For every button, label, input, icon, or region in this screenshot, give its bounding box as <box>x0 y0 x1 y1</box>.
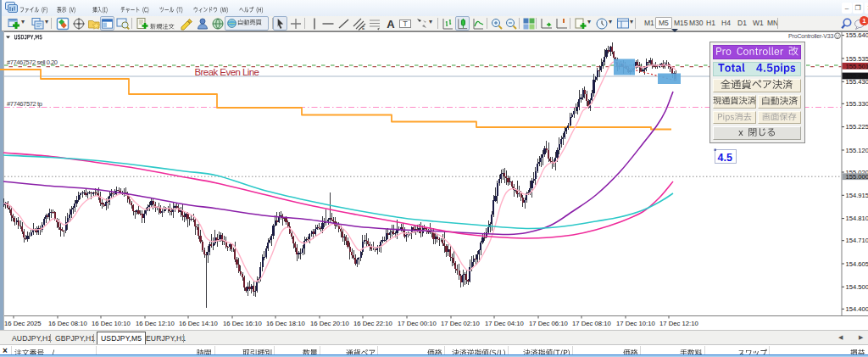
svg-text:154.500: 154.500 <box>846 283 868 291</box>
svg-text:#77467572 tp: #77467572 tp <box>7 100 42 108</box>
svg-text:17 Dec 02:10: 17 Dec 02:10 <box>441 320 480 327</box>
svg-text:16 Dec 20:10: 16 Dec 20:10 <box>310 320 349 327</box>
svg-text:154.915: 154.915 <box>846 192 868 199</box>
svg-text:154.605: 154.605 <box>846 260 868 268</box>
svg-text:154.710: 154.710 <box>846 237 868 244</box>
svg-text:154.810: 154.810 <box>846 215 868 222</box>
svg-text:E: E <box>362 25 365 31</box>
svg-text:16 Dec 12:10: 16 Dec 12:10 <box>136 320 175 327</box>
svg-text:16 Dec 2025: 16 Dec 2025 <box>4 320 42 327</box>
svg-text:#77467572 sell 0.20: #77467572 sell 0.20 <box>7 59 58 66</box>
svg-text:16 Dec 16:10: 16 Dec 16:10 <box>223 320 262 327</box>
svg-text:17 Dec 00:10: 17 Dec 00:10 <box>398 320 437 327</box>
svg-text:16 Dec 10:10: 16 Dec 10:10 <box>92 320 131 327</box>
svg-text:17 Dec 04:10: 17 Dec 04:10 <box>485 320 524 327</box>
svg-text:155.120: 155.120 <box>846 147 868 154</box>
svg-text:17 Dec 06:10: 17 Dec 06:10 <box>529 320 568 327</box>
svg-text:155.456: 155.456 <box>846 72 868 80</box>
svg-text:16 Dec 22:10: 16 Dec 22:10 <box>353 320 392 327</box>
svg-text:17 Dec 10:10: 17 Dec 10:10 <box>616 320 655 327</box>
svg-text:16 Dec 14:10: 16 Dec 14:10 <box>179 320 218 327</box>
svg-text:155.330: 155.330 <box>846 100 868 108</box>
svg-text:154.400: 154.400 <box>846 305 868 313</box>
svg-text:155.640: 155.640 <box>846 31 868 39</box>
svg-text:4.5: 4.5 <box>718 152 732 164</box>
svg-text:17 Dec 12:10: 17 Dec 12:10 <box>659 320 698 327</box>
svg-text:Break Even Line: Break Even Line <box>195 67 260 77</box>
svg-text:155.535: 155.535 <box>846 55 868 63</box>
svg-text:A: A <box>387 18 395 31</box>
svg-text:ProController-V33: ProController-V33 <box>788 33 834 39</box>
svg-text:T: T <box>403 20 408 28</box>
svg-text:16 Dec 18:10: 16 Dec 18:10 <box>266 320 305 327</box>
svg-text:16 Dec 08:10: 16 Dec 08:10 <box>48 320 87 327</box>
svg-text:155.225: 155.225 <box>846 123 868 131</box>
svg-text:155.000: 155.000 <box>846 173 868 181</box>
svg-text:155.501: 155.501 <box>846 63 868 70</box>
svg-text:17 Dec 08:10: 17 Dec 08:10 <box>572 320 611 327</box>
